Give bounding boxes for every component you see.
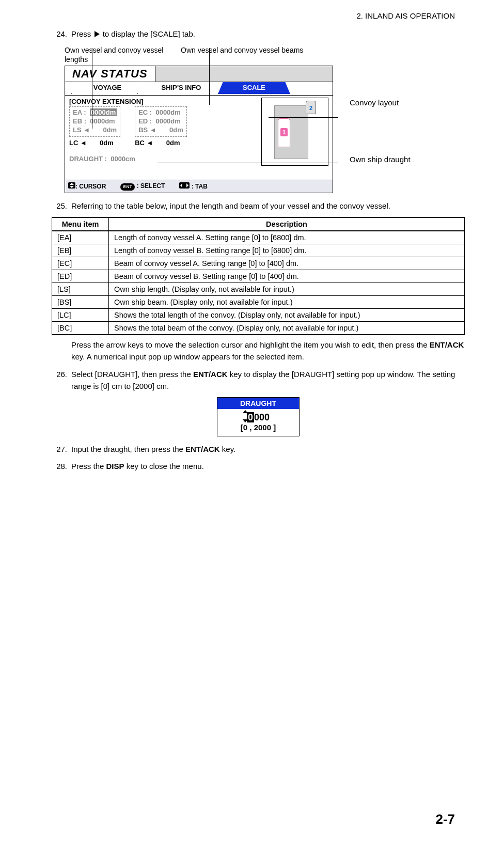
step-24: 24. Press to display the [SCALE] tab. (52, 28, 465, 40)
step-num: 24. (52, 28, 67, 40)
convoy-vessel-2: 2 (306, 101, 316, 114)
footer-select: : SELECT (137, 182, 165, 190)
step-27: 27. Input the draught, then press the EN… (52, 444, 465, 456)
table-row: [LS]Own ship length. (Display only, not … (52, 283, 465, 296)
play-right-icon (94, 31, 100, 37)
step-text: key to close the menu. (124, 462, 204, 470)
table-row: [BC]Shows the total beam of the convoy. … (52, 322, 465, 335)
tab-ships-info[interactable]: SHIP'S INFO (137, 82, 225, 94)
table-header-menu: Menu item (52, 217, 109, 231)
step-num: 28. (52, 461, 67, 473)
popup-title: DRAUGHT (217, 398, 299, 409)
triangle-up-icon (243, 410, 248, 413)
popup-range: [0 , 2000 ] (217, 423, 299, 434)
footer-tab: : TAB (192, 183, 208, 190)
key-ent-ack: ENT/ACK (430, 340, 464, 349)
popup-value[interactable]: 0000 [0 , 2000 ] (217, 409, 299, 436)
callout-line (92, 48, 92, 129)
field-ea[interactable]: EA : 0000dm (73, 108, 117, 116)
callout-lengths: Own vessel and convoy vessel lengths (65, 45, 181, 64)
figure-scale-tab: NAV STATUS VOYAGE SHIP'S INFO SCALE [CON… (65, 66, 457, 193)
field-bc: BC ◄ 0dm (135, 139, 187, 147)
field-bs: BS ◄ 0dm (138, 126, 183, 134)
callout-line (269, 117, 338, 118)
step-num: 27. (52, 444, 67, 456)
callout-beams: Own vessel and convoy vessel beams (181, 45, 310, 64)
step-text: Press (71, 29, 93, 38)
ent-icon: ENT (120, 183, 135, 191)
callout-convoy-layout: Convoy layout (350, 98, 399, 108)
tab-scale[interactable]: SCALE (218, 82, 290, 94)
cell-menu-item: [BS] (52, 296, 109, 309)
step-text: Select [DRAUGHT], then press the (71, 370, 193, 379)
own-vessel: 1 (278, 118, 290, 147)
step-28: 28. Press the DISP key to close the menu… (52, 461, 465, 473)
cell-description: Own ship beam. (Display only, not availa… (109, 296, 465, 309)
field-lc: LC ◄ 0dm (69, 139, 120, 147)
field-ed[interactable]: ED : 0000dm (138, 117, 183, 125)
cell-menu-item: [ED] (52, 270, 109, 283)
field-eb[interactable]: EB : 0000dm (73, 117, 117, 125)
key-ent-ack: ENT/ACK (193, 370, 228, 379)
table-row: [ED]Beam of convoy vessel B. Setting ran… (52, 270, 465, 283)
table-row: [BS]Own ship beam. (Display only, not av… (52, 296, 465, 309)
table-row: [EA]Length of convoy vessel A. Setting r… (52, 231, 465, 244)
step-text: to display the [SCALE] tab. (103, 29, 195, 38)
field-ec[interactable]: EC : 0000dm (138, 108, 183, 116)
cell-description: Length of convoy vessel A. Setting range… (109, 231, 465, 244)
post-table-instructions: Press the arrow keys to move the selecti… (71, 339, 465, 363)
leftright-icon (179, 182, 190, 189)
cell-description: Shows the total length of the convoy. (D… (109, 309, 465, 322)
lengths-group: EA : 0000dm EB : 0000dm LS ◄ 0dm (69, 106, 120, 137)
cell-description: Length of convoy vessel B. Setting range… (109, 244, 465, 257)
step-25: 25. Referring to the table below, input … (52, 200, 465, 212)
key-ent-ack: ENT/ACK (185, 445, 220, 453)
step-text: key. (220, 445, 236, 453)
cell-menu-item: [EA] (52, 231, 109, 244)
step-num: 26. (52, 369, 67, 392)
callout-line (158, 163, 338, 163)
cell-menu-item: [BC] (52, 322, 109, 335)
callout-own-draught: Own ship draught (350, 154, 411, 165)
table-header-desc: Description (109, 217, 465, 231)
callout-line (209, 48, 210, 105)
tab-voyage[interactable]: VOYAGE (71, 82, 144, 94)
cell-menu-item: [LC] (52, 309, 109, 322)
cell-menu-item: [EC] (52, 257, 109, 270)
screen-title: NAV STATUS (65, 66, 155, 82)
step-text: Referring to the table below, input the … (71, 200, 465, 212)
table-row: [EC]Beam of convoy vessel A. Setting ran… (52, 257, 465, 270)
digit-selected[interactable]: 0 (247, 412, 254, 422)
table-row: [LC]Shows the total length of the convoy… (52, 309, 465, 322)
own-vessel-marker: 1 (280, 128, 288, 136)
footer-cursor: : CURSOR (75, 183, 106, 190)
beams-group: EC : 0000dm ED : 0000dm BS ◄ 0dm (135, 106, 187, 137)
page-number: 2-7 (435, 811, 455, 827)
cell-menu-item: [EB] (52, 244, 109, 257)
convoy-layout-diagram: 2 1 (261, 98, 328, 166)
cell-description: Beam of convoy vessel A. Setting range [… (109, 257, 465, 270)
updown-icon (68, 182, 75, 189)
step-num: 25. (52, 200, 67, 212)
menu-description-table: Menu item Description [EA]Length of conv… (52, 217, 465, 335)
triangle-down-icon (243, 419, 248, 422)
step-26: 26. Select [DRAUGHT], then press the ENT… (52, 369, 465, 392)
cell-description: Own ship length. (Display only, not avai… (109, 283, 465, 296)
key-disp: DISP (106, 462, 124, 470)
step-text: Press the (71, 462, 106, 470)
lcd-footer: : CURSOR ENT : SELECT : TAB (65, 180, 333, 193)
step-text: Input the draught, then press the (71, 445, 185, 453)
table-row: [EB]Length of convoy vessel B. Setting r… (52, 244, 465, 257)
field-ls: LS ◄ 0dm (73, 126, 117, 134)
cell-description: Beam of convoy vessel B. Setting range [… (109, 270, 465, 283)
running-header: 2. INLAND AIS OPERATION (356, 11, 455, 20)
lcd-screen: NAV STATUS VOYAGE SHIP'S INFO SCALE [CON… (65, 66, 333, 193)
cell-description: Shows the total beam of the convoy. (Dis… (109, 322, 465, 335)
digits-rest: 000 (254, 412, 270, 422)
cell-menu-item: [LS] (52, 283, 109, 296)
draught-popup: DRAUGHT 0000 [0 , 2000 ] (217, 397, 300, 436)
